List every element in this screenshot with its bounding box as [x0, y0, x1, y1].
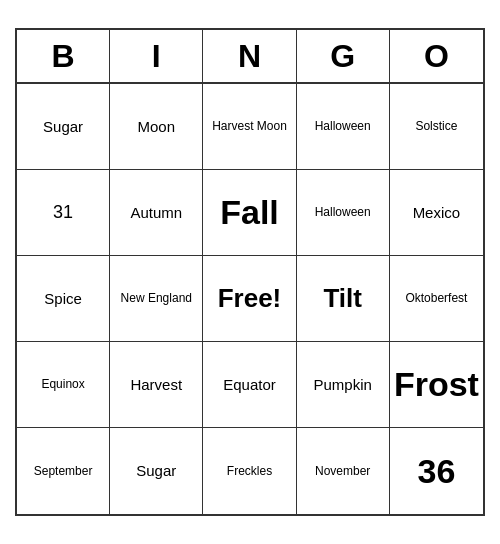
- bingo-card: BINGO SugarMoonHarvest MoonHalloweenSols…: [15, 28, 485, 516]
- bingo-cell: Sugar: [17, 84, 110, 170]
- bingo-cell: New England: [110, 256, 203, 342]
- bingo-cell: Tilt: [297, 256, 390, 342]
- bingo-cell: Equator: [203, 342, 296, 428]
- bingo-cell: Freckles: [203, 428, 296, 514]
- bingo-cell: 31: [17, 170, 110, 256]
- bingo-cell: Oktoberfest: [390, 256, 483, 342]
- bingo-cell: Moon: [110, 84, 203, 170]
- bingo-grid: SugarMoonHarvest MoonHalloweenSolstice31…: [17, 84, 483, 514]
- bingo-header-letter: G: [297, 30, 390, 82]
- bingo-cell: Frost: [390, 342, 483, 428]
- bingo-cell: Spice: [17, 256, 110, 342]
- bingo-cell: Harvest: [110, 342, 203, 428]
- bingo-header-letter: I: [110, 30, 203, 82]
- bingo-cell: Halloween: [297, 84, 390, 170]
- bingo-header-letter: B: [17, 30, 110, 82]
- bingo-cell: September: [17, 428, 110, 514]
- bingo-cell: Solstice: [390, 84, 483, 170]
- bingo-cell: November: [297, 428, 390, 514]
- bingo-cell: 36: [390, 428, 483, 514]
- bingo-cell: Fall: [203, 170, 296, 256]
- bingo-cell: Sugar: [110, 428, 203, 514]
- bingo-header-letter: N: [203, 30, 296, 82]
- bingo-cell: Harvest Moon: [203, 84, 296, 170]
- bingo-header: BINGO: [17, 30, 483, 84]
- bingo-cell: Autumn: [110, 170, 203, 256]
- bingo-cell: Mexico: [390, 170, 483, 256]
- bingo-header-letter: O: [390, 30, 483, 82]
- bingo-cell: Equinox: [17, 342, 110, 428]
- bingo-cell: Free!: [203, 256, 296, 342]
- bingo-cell: Pumpkin: [297, 342, 390, 428]
- bingo-cell: Halloween: [297, 170, 390, 256]
